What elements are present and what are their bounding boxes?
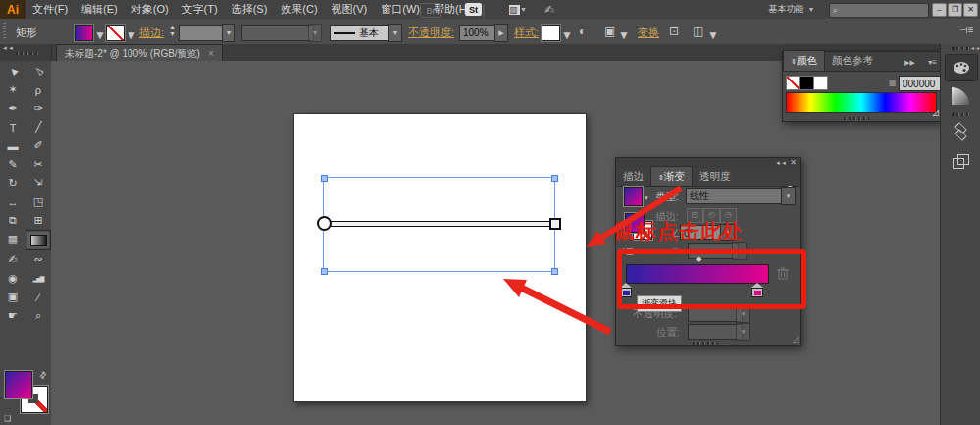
type-dropdown[interactable]: 线性 [686,188,788,204]
gradient-swatch-thumbnail[interactable] [624,187,643,206]
pen-tool[interactable]: ✒ [0,99,26,118]
brush-definition-arrow[interactable]: ▼ [388,24,402,42]
panel-resize-grip[interactable]: ◿ [793,335,799,344]
arrange-documents-button[interactable]: ▥ ▼ [506,3,530,16]
column-graph-tool[interactable]: ▂▅▇ [26,269,51,288]
symbol-sprayer-tool[interactable]: ◉ [0,269,26,288]
artboards-dock-icon[interactable] [945,148,976,174]
dock-grip[interactable] [952,47,971,50]
menu-view[interactable]: 视图(V) [325,0,375,19]
chevron-down-icon[interactable]: ▼ [561,28,573,42]
stock-button[interactable]: St [465,3,482,16]
position-arrow[interactable]: ▼ [736,323,750,341]
position-field[interactable] [688,324,743,340]
swap-fill-stroke-icon[interactable]: ⇄ [37,369,49,381]
tools-panel-header[interactable]: ◄◄ [0,44,51,61]
eyedropper-tool[interactable]: ✍ [0,250,26,269]
paintbrush-tool[interactable]: ✐ [26,136,51,155]
artboard-tool[interactable]: ▣ [0,288,26,306]
search-input[interactable]: ⌕ [829,3,929,18]
color-guide-dock-icon[interactable] [945,83,976,109]
rotate-tool[interactable]: ↻ [0,174,26,192]
panel-resize-grip[interactable]: ◿ [933,108,939,117]
selection-tool[interactable]: ► [0,62,26,80]
selection-handle[interactable] [551,175,558,182]
gradient-annotator-bar[interactable] [324,221,556,227]
collapse-icon[interactable]: ◄◄ [2,45,14,51]
cs-live-icon[interactable]: ✍ [542,3,557,16]
chevron-down-icon[interactable]: ▼ [618,28,630,42]
menu-file[interactable]: 文件(F) [26,0,75,19]
restore-button[interactable]: ❐ [948,3,962,17]
panel-bottom-grip[interactable] [844,117,869,120]
collapse-icon[interactable]: ▶▶ [904,59,915,67]
free-transform-tool[interactable]: ◳ [26,192,51,211]
selection-handle[interactable] [321,268,328,275]
line-segment-tool[interactable]: ╱ [26,118,51,136]
menu-window[interactable]: 窗口(W) [374,0,427,19]
gradient-tool[interactable] [26,230,51,250]
tab-close-icon[interactable]: × [208,48,214,59]
drag-grip[interactable] [16,52,39,55]
align-icon[interactable]: ⊡ [669,25,679,38]
width-tool[interactable]: ↔ [0,192,26,211]
rectangle-tool[interactable]: ▬ [0,136,26,155]
shape-builder-tool[interactable]: ⧉ [0,211,26,230]
pathfinder-icon[interactable]: ◫ [693,25,703,38]
menu-effect[interactable]: 效果(C) [274,0,324,19]
panel-bottom-grip[interactable] [693,342,718,345]
zoom-tool[interactable]: ⌕ [26,306,51,325]
stroke-color-swatch[interactable] [106,25,125,41]
color-panel-dock-icon[interactable] [945,54,978,81]
slice-tool[interactable]: ∕ [26,288,51,306]
bridge-button[interactable]: Br [420,3,441,18]
gradient-annotator-end[interactable] [549,218,561,230]
fill-proxy-gradient[interactable] [5,371,32,398]
transform-link[interactable]: 变换 [638,26,659,40]
magic-wand-tool[interactable]: ✶ [0,80,26,99]
tab-color[interactable]: ⇕颜色 [783,50,825,71]
chevron-down-icon[interactable]: ▼ [644,195,649,201]
recolor-artwork-icon[interactable]: ◐ [579,25,586,38]
add-anchor-point-tool[interactable]: ✑ [26,99,51,118]
menu-type[interactable]: 文字(T) [176,0,225,19]
default-fill-stroke-icon[interactable]: ❏ [4,414,11,423]
panel-menu-icon[interactable]: ▾≡ [928,58,937,67]
chevron-down-icon[interactable]: ▼ [707,28,719,42]
hex-field[interactable]: 000000 [899,76,943,91]
opacity-arrow[interactable]: ▶ [494,24,508,42]
brush-definition-dropdown[interactable]: 基本 [330,25,394,41]
hand-tool[interactable]: ☛ [0,306,26,325]
layers-dock-icon[interactable] [945,119,976,144]
control-bar-grip[interactable] [3,23,6,40]
tab-stroke[interactable]: 描边 [616,167,650,186]
close-button[interactable]: ✕ [963,3,978,17]
stroke-panel-link[interactable]: 描边: [139,26,164,40]
black-swatch[interactable] [799,76,814,90]
lasso-tool[interactable]: ρ [26,80,51,99]
tab-color-guide[interactable]: 颜色参考 [825,51,880,71]
pencil-tool[interactable]: ✎ [0,155,26,174]
color-spectrum[interactable] [786,92,937,113]
chevron-down-icon[interactable]: ▼ [94,28,106,42]
gradient-annotator-origin[interactable] [317,216,332,231]
mesh-tool[interactable]: ▦ [0,230,26,248]
stroke-weight-dropdown[interactable]: ▼ [222,24,235,42]
dock-grip[interactable] [952,113,971,116]
none-swatch[interactable] [786,76,800,90]
style-swatch[interactable] [542,25,560,41]
perspective-grid-tool[interactable]: ⊞ [26,211,51,230]
tab-transparency[interactable]: 透明度 [693,167,738,186]
fill-color-swatch[interactable] [75,25,93,41]
collapse-icon[interactable]: ◄◄ [970,45,980,51]
blend-tool[interactable]: ∾ [26,250,51,269]
width-profile-dropdown[interactable] [241,25,314,41]
direct-selection-tool[interactable]: ▻ [26,62,51,80]
control-bar-menu-icon[interactable]: ⊣≡ [959,25,974,35]
opacity-link[interactable]: 不透明度: [408,26,454,40]
menu-select[interactable]: 选择(S) [225,0,275,19]
menu-object[interactable]: 对象(O) [125,0,176,19]
stepper-icon[interactable]: ▲▼ [169,24,176,37]
selection-handle[interactable] [321,175,328,182]
tab-gradient[interactable]: ⇕渐变 [650,166,693,186]
